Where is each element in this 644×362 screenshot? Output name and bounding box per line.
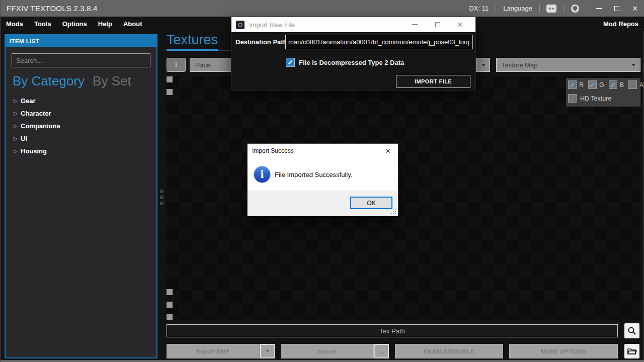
menu-help[interactable]: Help bbox=[93, 20, 118, 28]
import-raw-file-dialog: Import Raw File ✕ Destination Path: ✓ Fi… bbox=[231, 17, 476, 90]
checker-square bbox=[167, 76, 173, 82]
maximize-button[interactable] bbox=[610, 3, 623, 15]
chevron-down-icon bbox=[481, 64, 486, 66]
import-more-button[interactable]: ... bbox=[374, 344, 389, 358]
type2-data-checkbox[interactable]: ✓ bbox=[286, 58, 295, 67]
check-icon: ✓ bbox=[570, 81, 576, 88]
search-input[interactable] bbox=[12, 53, 150, 67]
close-button[interactable]: ✕ bbox=[628, 3, 641, 15]
tex-path-input[interactable] bbox=[167, 324, 618, 337]
window-border bbox=[1, 360, 644, 362]
tex-path-search-button[interactable] bbox=[624, 323, 639, 338]
import-file-button[interactable]: IMPORT FILE bbox=[396, 75, 470, 88]
minimize-icon bbox=[596, 8, 602, 9]
titlebar-divider bbox=[539, 5, 540, 13]
tab-textures[interactable]: Textures bbox=[167, 32, 218, 48]
close-icon: ✕ bbox=[632, 5, 638, 12]
enable-disable-button[interactable]: ENABLE/DISABLE bbox=[395, 344, 503, 358]
channel-g-checkbox[interactable]: ✓ bbox=[588, 80, 597, 89]
tab-by-category[interactable]: By Category bbox=[13, 73, 85, 89]
close-icon: ✕ bbox=[457, 21, 463, 29]
checker-square bbox=[167, 289, 173, 295]
textools-window: FFXIV TEXTOOLS 2.3.8.4 DX: 11 Language bbox=[0, 0, 644, 362]
texture-map-dropdown[interactable]: Texture Map bbox=[496, 58, 640, 72]
item-list-header: ITEM LIST bbox=[6, 35, 156, 47]
channel-a-checkbox[interactable]: ✓ bbox=[628, 80, 637, 89]
window-titlebar: FFXIV TEXTOOLS 2.3.8.4 DX: 11 Language bbox=[1, 0, 644, 17]
resize-grip[interactable] bbox=[391, 213, 392, 214]
channel-g-label: G bbox=[599, 81, 604, 88]
chevron-down-icon bbox=[266, 350, 270, 352]
race-dropdown-value: Race bbox=[190, 61, 210, 69]
chevron-right-icon[interactable]: ▷ bbox=[14, 148, 21, 154]
messagebox-close-button[interactable]: ✕ bbox=[378, 144, 398, 158]
dialog-minimize-button[interactable] bbox=[404, 17, 426, 32]
channel-b-label: B bbox=[620, 81, 624, 88]
export-format-dropdown[interactable] bbox=[260, 344, 275, 358]
info-button[interactable]: i bbox=[167, 58, 186, 72]
dialog-close-button[interactable]: ✕ bbox=[449, 17, 471, 32]
hd-texture-row: ✓ HD Texture bbox=[568, 94, 611, 103]
more-options-button[interactable]: MORE OPTIONS bbox=[509, 344, 618, 358]
channel-r-checkbox[interactable]: ✓ bbox=[568, 80, 577, 89]
open-folder-button[interactable] bbox=[624, 344, 639, 358]
checker-square bbox=[167, 302, 173, 308]
chevron-right-icon[interactable]: ▷ bbox=[14, 98, 21, 104]
chevron-right-icon[interactable]: ▷ bbox=[14, 123, 21, 129]
maximize-icon bbox=[435, 22, 440, 27]
splitter-dot bbox=[160, 202, 164, 205]
texture-viewer[interactable] bbox=[167, 76, 640, 320]
tree-item-label: Housing bbox=[21, 147, 47, 155]
channel-b-checkbox[interactable]: ✓ bbox=[609, 80, 617, 89]
chevron-right-icon[interactable]: ▷ bbox=[14, 111, 21, 116]
dialog-title: Import Raw File bbox=[249, 21, 295, 29]
tree-item-companions[interactable]: ▷ Companions bbox=[14, 120, 60, 132]
import-success-messagebox: Import Success ✕ i File Imported Success… bbox=[247, 143, 398, 216]
tree-item-ui[interactable]: ▷ UI bbox=[14, 132, 60, 145]
chevron-down-icon bbox=[631, 64, 635, 66]
messagebox-message: File Imported Successfully. bbox=[275, 171, 352, 178]
import-button[interactable]: Import bbox=[281, 344, 374, 358]
hd-texture-label: HD Texture bbox=[580, 95, 611, 102]
check-icon: ✓ bbox=[610, 81, 616, 88]
ok-button[interactable]: OK bbox=[350, 197, 392, 209]
github-icon[interactable] bbox=[569, 3, 582, 15]
messagebox-titlebar[interactable]: Import Success ✕ bbox=[248, 144, 398, 158]
tab-active-underline bbox=[167, 49, 218, 51]
panel-splitter[interactable] bbox=[160, 190, 164, 208]
info-icon: i bbox=[254, 166, 271, 183]
hd-texture-checkbox[interactable]: ✓ bbox=[568, 94, 577, 103]
close-icon: ✕ bbox=[385, 147, 391, 155]
minimize-button[interactable] bbox=[592, 3, 605, 15]
splitter-dot bbox=[160, 196, 164, 199]
tab-strip-line bbox=[218, 50, 231, 51]
texture-map-dropdown-value: Texture Map bbox=[497, 61, 538, 69]
export-bmp-button[interactable]: Export BMP bbox=[167, 344, 260, 358]
menu-options[interactable]: Options bbox=[57, 20, 93, 28]
category-tabs: By Category By Set bbox=[13, 73, 131, 89]
messagebox-body: i File Imported Successfully. bbox=[248, 158, 398, 191]
tree-item-gear[interactable]: ▷ Gear bbox=[14, 95, 60, 107]
tree-item-housing[interactable]: ▷ Housing bbox=[14, 145, 60, 157]
language-button[interactable]: Language bbox=[501, 5, 534, 12]
destination-path-input[interactable] bbox=[285, 35, 473, 49]
search-icon bbox=[627, 326, 636, 335]
window-title: FFXIV TEXTOOLS 2.3.8.4 bbox=[7, 4, 98, 13]
menu-mod-repos[interactable]: Mod Repos bbox=[603, 20, 638, 28]
channel-a-label: A bbox=[639, 81, 643, 88]
dialog-titlebar[interactable]: Import Raw File ✕ bbox=[231, 17, 475, 32]
menu-about[interactable]: About bbox=[118, 20, 148, 28]
channel-panel: ✓ R ✓ G ✓ B ✓ A ✓ HD Texture bbox=[566, 78, 640, 107]
number-dropdown-arrow[interactable] bbox=[477, 58, 490, 72]
dialog-maximize-button[interactable] bbox=[426, 17, 449, 32]
discord-icon[interactable] bbox=[545, 3, 558, 15]
tree-item-label: Character bbox=[21, 110, 51, 117]
menu-mods[interactable]: Mods bbox=[1, 20, 29, 28]
menu-tools[interactable]: Tools bbox=[29, 20, 57, 28]
check-icon: ✓ bbox=[590, 81, 596, 88]
tree-item-character[interactable]: ▷ Character bbox=[14, 107, 60, 120]
tab-by-set[interactable]: By Set bbox=[93, 73, 131, 89]
minimize-icon bbox=[412, 24, 418, 25]
titlebar-divider bbox=[496, 5, 496, 13]
chevron-right-icon[interactable]: ▷ bbox=[14, 136, 21, 141]
